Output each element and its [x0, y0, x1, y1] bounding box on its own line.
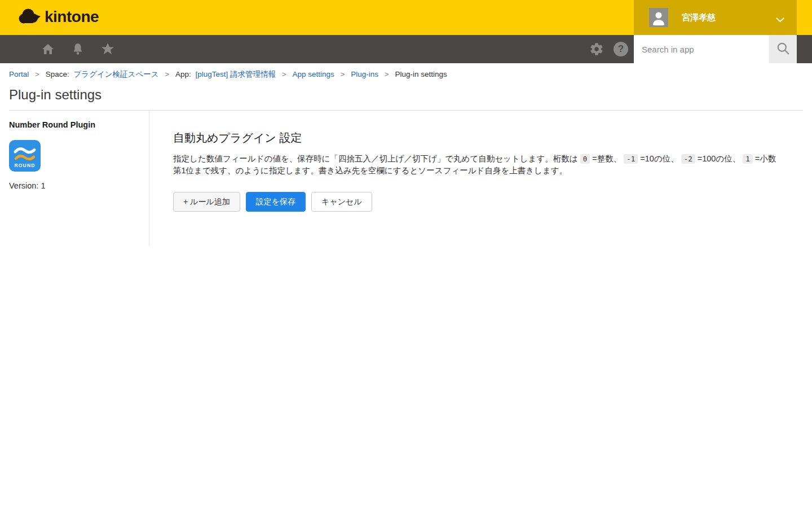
content-area: Number Round Plugin ROUND Version: 1 自動丸… [9, 111, 803, 246]
breadcrumb-link-portal[interactable]: Portal [9, 70, 29, 78]
nav-left-group [0, 41, 116, 58]
breadcrumb-link-space[interactable]: プラグイン検証スペース [74, 70, 159, 78]
breadcrumb-separator: > [165, 70, 169, 78]
menu-icon[interactable] [8, 41, 27, 58]
user-menu[interactable]: 宮澤孝慈 [634, 0, 797, 35]
desc-code-1: 1 [743, 154, 753, 164]
plugin-round-icon: ROUND [9, 140, 41, 172]
desc-code-minus1: -1 [624, 154, 638, 164]
breadcrumb-prefix-app: App: [175, 70, 191, 78]
nav-right-group: ? [588, 35, 629, 63]
global-navbar: ? [0, 35, 812, 63]
kintone-logo[interactable]: kintone [17, 8, 99, 26]
breadcrumb-separator: > [282, 70, 286, 78]
breadcrumb-prefix-space: Space: [46, 70, 69, 78]
cancel-button[interactable]: キャンセル [311, 192, 372, 212]
user-avatar-icon [649, 8, 668, 27]
breadcrumb-separator: > [35, 70, 39, 78]
page-title: Plug-in settings [9, 87, 803, 103]
breadcrumb-separator: > [341, 70, 345, 78]
home-icon[interactable] [39, 41, 56, 58]
help-icon[interactable]: ? [612, 41, 629, 58]
desc-text: =10の位、 [640, 154, 678, 163]
breadcrumb: Portal > Space: プラグイン検証スペース > App: [plug… [0, 63, 812, 80]
favorites-star-icon[interactable] [99, 41, 116, 58]
desc-code-minus2: -2 [681, 154, 695, 164]
notifications-bell-icon[interactable] [69, 41, 86, 58]
breadcrumb-current: Plug-in settings [395, 70, 447, 78]
plugin-version: Version: 1 [9, 181, 149, 190]
desc-text: 指定した数値フィールドの値を、保存時に「四捨五入／切上げ／切下げ」で丸めて自動セ… [173, 154, 578, 163]
search-button[interactable] [769, 35, 797, 63]
kintone-cloud-icon [17, 8, 41, 26]
plugin-settings-panel: 自動丸めプラグイン 設定 指定した数値フィールドの値を、保存時に「四捨五入／切上… [149, 111, 803, 246]
plugin-sidebar: Number Round Plugin ROUND Version: 1 [9, 111, 149, 246]
search-input[interactable] [634, 35, 769, 63]
settings-heading: 自動丸めプラグイン 設定 [173, 130, 780, 146]
save-settings-button[interactable]: 設定を保存 [246, 192, 306, 212]
plugin-name: Number Round Plugin [9, 120, 149, 129]
add-rule-button[interactable]: + ルール追加 [173, 192, 240, 212]
app-header: kintone 宮澤孝慈 [0, 0, 812, 35]
settings-actions: + ルール追加 設定を保存 キャンセル [173, 192, 780, 212]
breadcrumb-link-plugins[interactable]: Plug-ins [351, 70, 378, 78]
logo-wordmark: kintone [45, 8, 99, 26]
settings-description: 指定した数値フィールドの値を、保存時に「四捨五入／切上げ／切下げ」で丸めて自動セ… [173, 153, 780, 177]
chevron-down-icon [776, 15, 784, 25]
user-name: 宮澤孝慈 [682, 12, 716, 23]
search-icon [776, 41, 791, 58]
plugin-icon-label: ROUND [14, 163, 35, 168]
breadcrumb-link-app-settings[interactable]: App settings [292, 70, 334, 78]
desc-text: =整数、 [592, 154, 621, 163]
desc-text: =100の位、 [698, 154, 741, 163]
breadcrumb-separator: > [385, 70, 389, 78]
breadcrumb-link-app[interactable]: [plugTest] 請求管理情報 [196, 70, 276, 78]
app-search [634, 35, 797, 63]
settings-gear-icon[interactable] [588, 41, 605, 58]
desc-code-0: 0 [580, 154, 590, 164]
help-question-glyph: ? [614, 42, 628, 56]
